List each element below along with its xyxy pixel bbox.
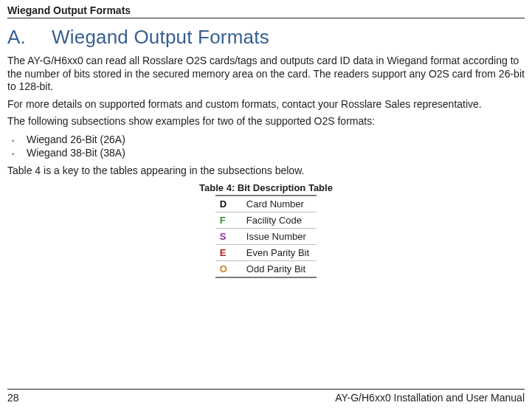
- list-item: Wiegand 38-Bit (38A): [7, 146, 525, 160]
- manual-title: AY-G/H6xx0 Installation and User Manual: [335, 392, 525, 404]
- page-footer: 28 AY-G/H6xx0 Installation and User Manu…: [7, 389, 525, 404]
- table-row: O Odd Parity Bit: [215, 260, 317, 277]
- table-caption: Table 4: Bit Description Table: [7, 182, 525, 193]
- running-header: Wiegand Output Formats: [7, 4, 525, 18]
- paragraph-subsections: The following subsections show examples …: [7, 115, 525, 128]
- table-row: S Issue Number: [215, 228, 317, 244]
- bit-desc: Even Parity Bit: [242, 244, 317, 260]
- bit-key: E: [215, 244, 242, 260]
- list-item: Wiegand 26-Bit (26A): [7, 133, 525, 147]
- section-number: A.: [7, 26, 52, 49]
- bit-desc: Facility Code: [242, 212, 317, 228]
- page-number: 28: [7, 392, 19, 404]
- list-item-label: Wiegand 38-Bit (38A): [27, 147, 125, 159]
- table-row: E Even Parity Bit: [215, 244, 317, 260]
- bit-key: F: [215, 212, 242, 228]
- table-row: F Facility Code: [215, 212, 317, 228]
- paragraph-contact: For more details on supported formats an…: [7, 98, 525, 111]
- running-header-text: Wiegand Output Formats: [7, 4, 131, 16]
- format-list: Wiegand 26-Bit (26A) Wiegand 38-Bit (38A…: [7, 133, 525, 161]
- bit-description-table: D Card Number F Facility Code S Issue Nu…: [215, 195, 317, 278]
- bit-desc: Card Number: [242, 196, 317, 212]
- section-title-text: Wiegand Output Formats: [52, 26, 269, 48]
- bit-key: D: [215, 196, 242, 212]
- bit-key: O: [215, 260, 242, 277]
- bit-desc: Issue Number: [242, 228, 317, 244]
- table-row: D Card Number: [215, 196, 317, 212]
- list-item-label: Wiegand 26-Bit (26A): [27, 134, 125, 145]
- bit-desc: Odd Parity Bit: [242, 260, 317, 277]
- bit-key: S: [215, 228, 242, 244]
- paragraph-table-lead: Table 4 is a key to the tables appearing…: [7, 165, 525, 178]
- section-heading: A.Wiegand Output Formats: [7, 26, 525, 49]
- paragraph-intro: The AY-G/H6xx0 can read all Rosslare O2S…: [7, 55, 525, 94]
